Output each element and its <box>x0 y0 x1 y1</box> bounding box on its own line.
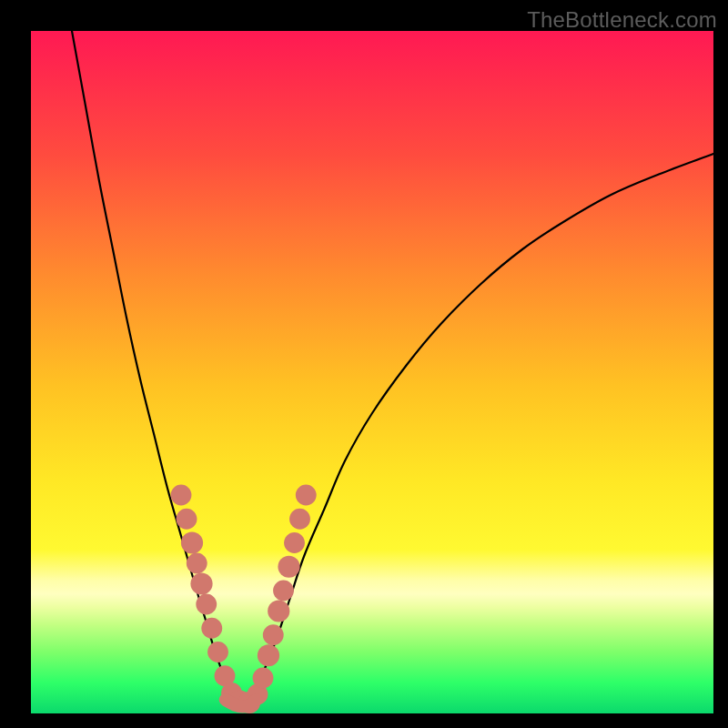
curve-marker <box>268 600 289 622</box>
curve-marker <box>278 556 299 578</box>
chart-svg <box>31 31 713 713</box>
curve-marker <box>177 509 197 530</box>
curve-marker <box>190 572 212 594</box>
valley-floor-highlight <box>226 700 257 707</box>
curve-marker <box>289 509 310 530</box>
curve-marker <box>263 624 284 645</box>
curve-marker <box>258 644 279 666</box>
curve-marker <box>296 485 317 506</box>
watermark-text: TheBottleneck.com <box>527 7 717 33</box>
bottleneck-curve <box>72 31 713 707</box>
curve-marker <box>187 553 207 574</box>
curve-marker <box>273 581 294 602</box>
curve-marker <box>201 618 222 639</box>
curve-marker <box>181 531 203 553</box>
plot-area <box>31 31 713 713</box>
app-frame: TheBottleneck.com <box>0 0 728 728</box>
curve-markers <box>171 485 317 714</box>
curve-marker <box>196 594 217 615</box>
curve-marker <box>171 485 192 506</box>
curve-marker <box>284 532 305 553</box>
curve-marker <box>253 668 274 689</box>
curve-marker <box>207 642 228 662</box>
